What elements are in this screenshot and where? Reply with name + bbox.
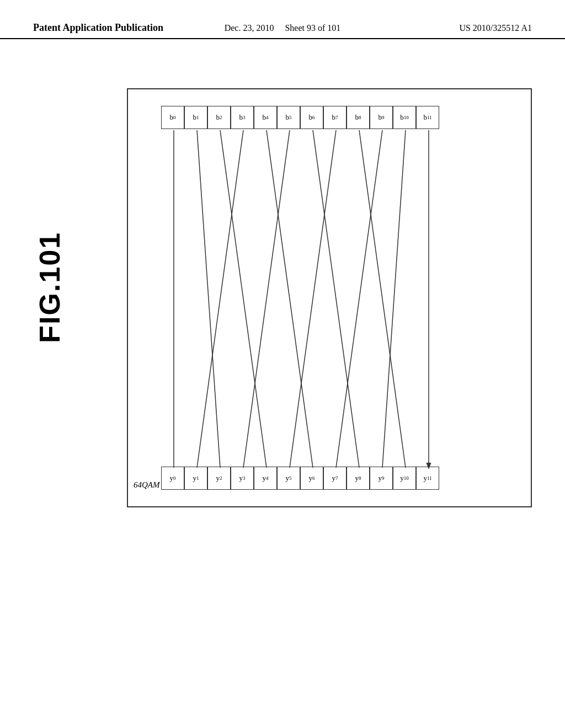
- figure-label: FIG.101: [33, 232, 66, 343]
- svg-line-9: [336, 130, 382, 468]
- top-cell-6: b6: [300, 106, 323, 129]
- svg-line-4: [266, 130, 313, 468]
- page-header: Patent Application Publication Dec. 23, …: [0, 22, 565, 39]
- bottom-cell-9: y9: [370, 467, 393, 490]
- top-cell-4: b4: [254, 106, 277, 129]
- diagram-container: 64QAM r3/5 16K b=2 b0b1b2b3b4b5b6b7b8b9b…: [127, 88, 532, 507]
- patent-number: US 2010/325512 A1: [366, 23, 532, 33]
- svg-line-6: [313, 130, 359, 468]
- bottom-cell-1: y1: [184, 467, 207, 490]
- bottom-cell-6: y6: [300, 467, 323, 490]
- bottom-cells: y0y1y2y3y4y5y6y7y8y9y10y11: [161, 467, 439, 490]
- bottom-cell-10: y10: [393, 467, 416, 490]
- top-cell-7: b7: [323, 106, 347, 129]
- bottom-cell-8: y8: [347, 467, 370, 490]
- top-cell-8: b8: [347, 106, 370, 129]
- top-cell-9: b9: [370, 106, 393, 129]
- top-cell-1: b1: [184, 106, 207, 129]
- publication-date: Dec. 23, 2010 Sheet 93 of 101: [199, 23, 365, 33]
- svg-line-1: [197, 130, 220, 468]
- top-cell-3: b3: [231, 106, 254, 129]
- bottom-cell-0: y0: [161, 467, 184, 490]
- bottom-cell-4: y4: [254, 467, 277, 490]
- svg-line-2: [220, 130, 266, 468]
- svg-line-5: [243, 130, 290, 468]
- top-cell-11: b11: [416, 106, 439, 129]
- svg-line-10: [382, 130, 406, 468]
- publication-title: Patent Application Publication: [33, 22, 199, 34]
- top-cell-5: b5: [277, 106, 300, 129]
- svg-line-7: [290, 130, 336, 468]
- connection-lines: [128, 89, 531, 506]
- diagram-inner: 64QAM r3/5 16K b=2 b0b1b2b3b4b5b6b7b8b9b…: [128, 89, 531, 506]
- top-cell-0: b0: [161, 106, 184, 129]
- top-cells: b0b1b2b3b4b5b6b7b8b9b10b11: [161, 106, 439, 129]
- top-cell-10: b10: [393, 106, 416, 129]
- svg-line-3: [197, 130, 243, 468]
- bottom-cell-7: y7: [323, 467, 347, 490]
- bottom-cell-5: y5: [277, 467, 300, 490]
- bottom-cell-2: y2: [207, 467, 231, 490]
- top-cell-2: b2: [207, 106, 231, 129]
- bottom-cell-11: y11: [416, 467, 439, 490]
- bottom-cell-3: y3: [231, 467, 254, 490]
- svg-line-8: [359, 130, 406, 468]
